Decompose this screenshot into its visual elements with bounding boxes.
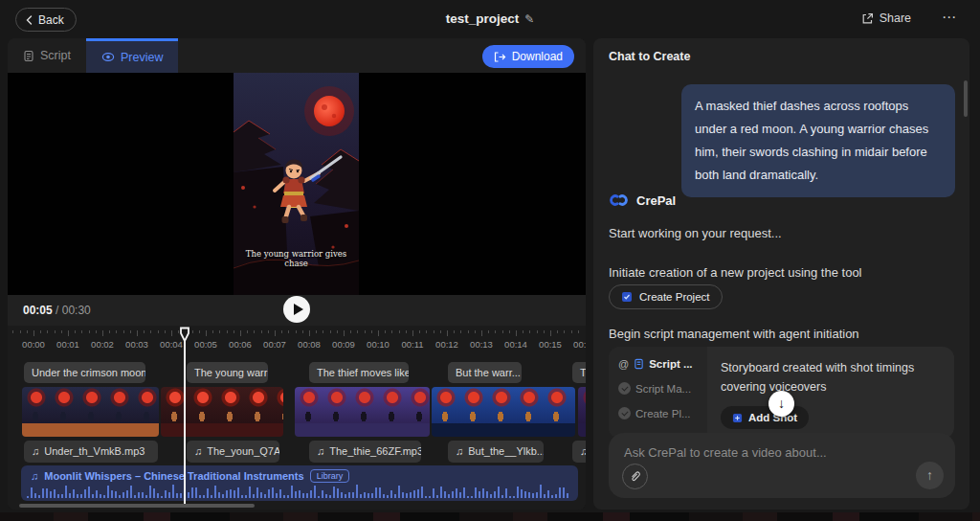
waveform-bar <box>57 494 59 498</box>
ruler-tick <box>171 330 172 336</box>
waveform-bar <box>234 490 235 498</box>
ruler-label: 00:06 <box>223 339 257 350</box>
waveform-bar <box>333 487 335 499</box>
music-note-icon: ♫ <box>317 441 324 463</box>
download-button[interactable]: Download <box>482 45 574 68</box>
waveform-bar <box>528 492 530 498</box>
ruler-label: 00:13 <box>464 339 499 350</box>
subtitle-clip[interactable]: The young warri... <box>187 362 268 383</box>
waveform-bar <box>276 493 278 498</box>
ruler-tick <box>268 330 269 333</box>
video-frame: The young warrior gives chase <box>234 73 359 295</box>
add-shot-icon <box>732 413 743 423</box>
waveform-bar <box>475 487 477 499</box>
scroll-to-bottom-button[interactable]: ↓ <box>768 391 794 417</box>
waveform-bar <box>295 491 297 498</box>
waveform-bar <box>222 494 224 498</box>
waveform-bar <box>302 493 304 498</box>
waveform-bar <box>498 487 500 498</box>
ruler-label: 00:00 <box>16 339 51 350</box>
tab-preview[interactable]: Preview <box>86 38 178 73</box>
waveform-bar <box>126 490 128 498</box>
agent-step-active[interactable]: @ Script ... <box>618 358 698 370</box>
play-button[interactable] <box>283 296 310 323</box>
audio-clip[interactable]: ♫The_thie_66ZF.mp3 <box>309 441 421 463</box>
audio-clip[interactable]: ♫T <box>572 441 586 463</box>
waveform-bar <box>356 485 358 498</box>
video-clip[interactable] <box>578 387 586 437</box>
waveform-bar <box>46 488 48 498</box>
video-clip[interactable] <box>161 387 283 437</box>
ruler-tick <box>481 330 482 336</box>
subtitle-clip[interactable]: Under the crimson moon,... <box>24 362 145 383</box>
video-clip[interactable] <box>295 387 430 437</box>
timeline-horizontal-scrollbar[interactable] <box>19 504 255 508</box>
video-clip[interactable] <box>22 387 159 437</box>
ruler-label: 00:15 <box>533 339 568 350</box>
video-preview-stage[interactable]: The young warrior gives chase <box>8 73 586 295</box>
waveform-bar <box>80 494 82 498</box>
audio-clip[interactable]: ♫The_youn_Q7AF... <box>187 441 279 463</box>
waveform-bar <box>191 487 193 498</box>
subtitle-clip[interactable]: The thief moves like ... <box>309 362 409 383</box>
video-clip[interactable] <box>432 387 575 437</box>
ruler-tick <box>227 330 228 333</box>
tab-script[interactable]: Script <box>8 38 86 73</box>
waveform-bar <box>77 494 78 498</box>
chat-panel: Chat to Create A masked thief dashes acr… <box>593 38 969 510</box>
edit-title-icon[interactable]: ✎ <box>524 12 534 26</box>
waveform-bar <box>375 487 377 498</box>
share-button[interactable]: Share <box>861 11 911 25</box>
ruler-label: 00:09 <box>326 339 361 350</box>
music-note-icon: ♫ <box>580 441 586 463</box>
subtitle-clip[interactable]: Thei <box>572 362 586 383</box>
waveform-bar <box>214 486 216 498</box>
attach-file-button[interactable] <box>622 464 648 489</box>
waveform-bar <box>318 496 320 498</box>
audio-clip[interactable]: ♫Under_th_VmkB.mp3 <box>24 441 158 463</box>
ruler-tick <box>206 330 207 336</box>
ruler-tick <box>488 330 489 333</box>
create-project-button[interactable]: Create Project <box>609 284 723 309</box>
ruler-tick <box>302 330 303 333</box>
send-message-button[interactable]: ↑ <box>916 462 944 489</box>
ruler-tick <box>96 330 97 333</box>
add-shot-button[interactable]: Add Shot <box>721 406 809 429</box>
eye-icon <box>101 52 115 62</box>
chat-scrollbar[interactable] <box>964 80 968 117</box>
chat-input[interactable] <box>609 433 955 473</box>
waveform-bar <box>153 488 155 498</box>
waveform-bar <box>38 495 40 499</box>
waveform-bar <box>103 495 105 498</box>
ruler-tick <box>440 330 441 333</box>
music-track-clip[interactable]: ♫ Moonlit Whispers – Chinese Traditional… <box>21 465 578 501</box>
ruler-tick <box>385 330 386 333</box>
timecode: 00:05 / 00:30 <box>23 304 91 317</box>
waveform-bar <box>180 493 182 498</box>
ruler-tick <box>460 330 461 333</box>
agent-step-done[interactable]: Script Ma... <box>618 382 698 395</box>
ruler-label: 00:03 <box>120 339 154 350</box>
ruler-label: 00:10 <box>361 339 395 350</box>
subtitle-clip[interactable]: But the warr... <box>448 362 522 383</box>
waveform-bar <box>107 486 109 498</box>
ruler-tick <box>309 330 310 336</box>
waveform-bar <box>402 492 404 498</box>
subtitle-track: Under the crimson moon,...The young warr… <box>8 362 586 383</box>
audio-clip[interactable]: ♫But_the__Ylkb.... <box>448 441 544 463</box>
ruler-tick <box>516 330 517 336</box>
waveform-bar <box>444 491 446 498</box>
more-menu-button[interactable]: ⋯ <box>942 9 957 26</box>
waveform-bar <box>440 487 442 498</box>
waveform-bar <box>452 491 454 498</box>
video-caption: The young warrior gives chase <box>234 249 359 268</box>
app-window: Back test_project✎ Share ⋯ Script Previe… <box>0 0 980 521</box>
ruler-tick <box>234 330 234 333</box>
waveform-bar <box>245 495 247 498</box>
waveform-bar <box>352 492 354 498</box>
playhead[interactable] <box>184 328 186 504</box>
assistant-status: Start working on your request... <box>609 226 782 240</box>
agent-step-done[interactable]: Create Pl... <box>618 407 698 419</box>
waveform-bar <box>211 495 212 498</box>
waveform-bar <box>521 489 523 498</box>
